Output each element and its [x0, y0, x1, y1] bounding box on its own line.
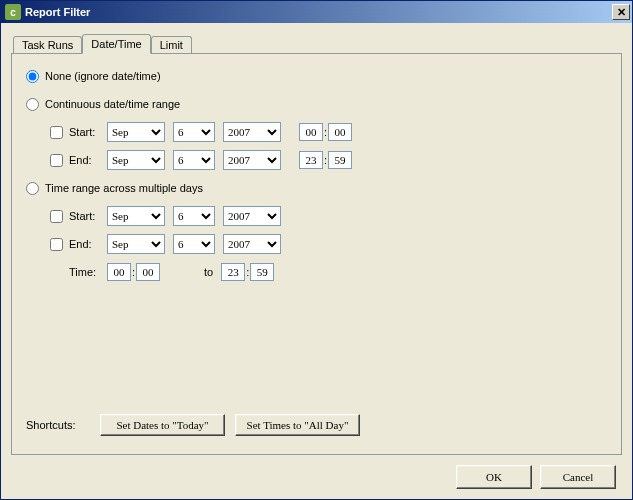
radio-none-label: None (ignore date/time) — [45, 70, 161, 82]
set-times-allday-button[interactable]: Set Times to "All Day" — [235, 414, 360, 436]
radio-none[interactable] — [26, 70, 39, 83]
cont-start-year[interactable]: 2007 — [223, 122, 281, 142]
dialog-buttons: OK Cancel — [11, 455, 622, 489]
multi-end-check[interactable] — [50, 238, 63, 251]
option-multi-row: Time range across multiple days — [26, 178, 607, 198]
cont-end-label: End: — [69, 154, 107, 166]
cont-start-hh[interactable] — [299, 123, 323, 141]
tab-strip: Task Runs Date/Time Limit — [11, 31, 622, 53]
cont-end-mm[interactable] — [328, 151, 352, 169]
cont-start-mm[interactable] — [328, 123, 352, 141]
colon: : — [132, 266, 135, 278]
app-icon: c — [5, 4, 21, 20]
radio-multi-label: Time range across multiple days — [45, 182, 203, 194]
multi-time-to-mm[interactable] — [250, 263, 274, 281]
multi-start-label: Start: — [69, 210, 107, 222]
multi-start-row: Start: Sep 6 2007 — [26, 206, 607, 226]
radio-multi[interactable] — [26, 182, 39, 195]
cont-start-month[interactable]: Sep — [107, 122, 165, 142]
multi-time-label: Time: — [69, 266, 107, 278]
to-label: to — [204, 266, 213, 278]
cancel-button[interactable]: Cancel — [540, 465, 616, 489]
cont-end-year[interactable]: 2007 — [223, 150, 281, 170]
set-dates-today-button[interactable]: Set Dates to "Today" — [100, 414, 225, 436]
colon: : — [324, 154, 327, 166]
shortcuts-label: Shortcuts: — [26, 419, 100, 431]
report-filter-dialog: c Report Filter ✕ Task Runs Date/Time Li… — [0, 0, 633, 500]
cont-end-check[interactable] — [50, 154, 63, 167]
multi-end-row: End: Sep 6 2007 — [26, 234, 607, 254]
multi-start-check[interactable] — [50, 210, 63, 223]
tab-limit[interactable]: Limit — [151, 36, 192, 53]
cont-end-hh[interactable] — [299, 151, 323, 169]
option-none-row: None (ignore date/time) — [26, 66, 607, 86]
cont-start-check[interactable] — [50, 126, 63, 139]
multi-start-day[interactable]: 6 — [173, 206, 215, 226]
multi-end-day[interactable]: 6 — [173, 234, 215, 254]
window-title: Report Filter — [25, 6, 90, 18]
multi-time-from-mm[interactable] — [136, 263, 160, 281]
radio-continuous-label: Continuous date/time range — [45, 98, 180, 110]
multi-start-month[interactable]: Sep — [107, 206, 165, 226]
cont-end-day[interactable]: 6 — [173, 150, 215, 170]
multi-time-to-hh[interactable] — [221, 263, 245, 281]
tab-date-time[interactable]: Date/Time — [82, 34, 150, 54]
cont-start-row: Start: Sep 6 2007 : — [26, 122, 607, 142]
cont-end-month[interactable]: Sep — [107, 150, 165, 170]
client-area: Task Runs Date/Time Limit None (ignore d… — [1, 23, 632, 499]
cont-start-label: Start: — [69, 126, 107, 138]
tab-task-runs[interactable]: Task Runs — [13, 36, 82, 53]
multi-end-label: End: — [69, 238, 107, 250]
multi-end-year[interactable]: 2007 — [223, 234, 281, 254]
multi-end-month[interactable]: Sep — [107, 234, 165, 254]
radio-continuous[interactable] — [26, 98, 39, 111]
multi-start-year[interactable]: 2007 — [223, 206, 281, 226]
colon: : — [324, 126, 327, 138]
shortcuts-row: Shortcuts: Set Dates to "Today" Set Time… — [26, 414, 607, 442]
cont-start-day[interactable]: 6 — [173, 122, 215, 142]
close-icon[interactable]: ✕ — [612, 4, 630, 20]
multi-time-row: Time: : to : — [26, 262, 607, 282]
multi-time-from-hh[interactable] — [107, 263, 131, 281]
ok-button[interactable]: OK — [456, 465, 532, 489]
tab-panel-date-time: None (ignore date/time) Continuous date/… — [11, 53, 622, 455]
option-continuous-row: Continuous date/time range — [26, 94, 607, 114]
titlebar: c Report Filter ✕ — [1, 1, 632, 23]
colon: : — [246, 266, 249, 278]
cont-end-row: End: Sep 6 2007 : — [26, 150, 607, 170]
